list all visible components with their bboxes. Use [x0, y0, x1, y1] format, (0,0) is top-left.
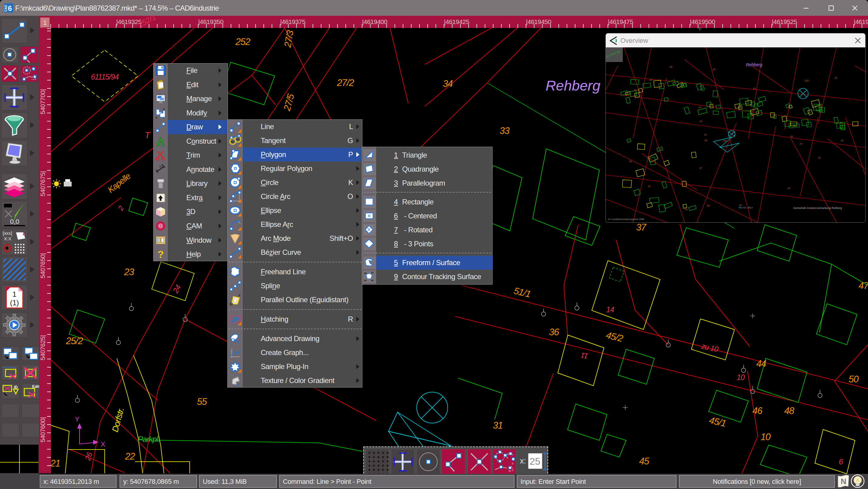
- svg-text:ID: ID: [371, 271, 374, 274]
- svg-text:Y: Y: [75, 415, 80, 423]
- svg-text:19: 19: [648, 185, 650, 188]
- svg-text:ID: ID: [364, 279, 367, 282]
- svg-text:253: 253: [722, 139, 726, 142]
- svg-text:Gemeinde Grainet,Gemarkung Reh: Gemeinde Grainet,Gemarkung Rehberg: [793, 206, 842, 209]
- svg-text:[xxx]: [xxx]: [3, 231, 12, 236]
- svg-text:44: 44: [756, 358, 766, 369]
- svg-text:11: 11: [580, 351, 589, 361]
- svg-text:ID: ID: [231, 140, 234, 143]
- svg-text:27/2: 27/2: [337, 78, 354, 88]
- svg-text:48: 48: [784, 405, 795, 416]
- svg-text:37: 37: [800, 142, 802, 145]
- svg-text:47: 47: [859, 280, 868, 291]
- svg-text:45: 45: [639, 456, 649, 466]
- svg-text:37: 37: [636, 222, 647, 233]
- svg-text:X: X: [101, 440, 105, 448]
- svg-text:Parkpl.: Parkpl.: [138, 435, 160, 444]
- svg-text:ID: ID: [237, 138, 240, 141]
- svg-text:0,0: 0,0: [10, 218, 20, 225]
- svg-text:253: 253: [633, 89, 638, 92]
- svg-text:6: 6: [839, 457, 843, 466]
- svg-text:1: 1: [12, 290, 17, 298]
- svg-text:252: 252: [235, 36, 250, 47]
- svg-text:NO 32 - 85.3: NO 32 - 85.3: [739, 206, 753, 209]
- svg-text:et. Landesvermessungsamt 1956: et. Landesvermessungsamt 1956: [608, 218, 644, 221]
- svg-text:N: N: [841, 477, 846, 486]
- svg-text:?: ?: [157, 249, 164, 260]
- svg-text:X:X: X:X: [4, 236, 11, 241]
- svg-text:31: 31: [493, 420, 503, 431]
- svg-text:253: 253: [804, 79, 809, 82]
- svg-text:21: 21: [50, 458, 60, 469]
- svg-text:25: 25: [712, 68, 715, 71]
- svg-text:50: 50: [848, 374, 859, 384]
- svg-text:(1): (1): [10, 298, 19, 307]
- svg-text:51: 51: [704, 133, 707, 136]
- svg-text:Rehberg: Rehberg: [546, 78, 600, 93]
- svg-text:y: y: [512, 461, 514, 465]
- svg-text:23: 23: [124, 267, 134, 277]
- svg-text:14: 14: [841, 139, 843, 142]
- svg-text:36: 36: [549, 327, 559, 338]
- svg-text:55: 55: [197, 396, 207, 407]
- svg-text:25/2: 25/2: [66, 336, 83, 346]
- svg-text:19: 19: [753, 87, 756, 90]
- svg-text:26: 26: [704, 139, 707, 142]
- svg-text:55: 55: [707, 204, 710, 207]
- svg-text:61115/94: 61115/94: [91, 73, 119, 81]
- svg-text:34: 34: [443, 78, 453, 89]
- svg-text:10: 10: [761, 432, 771, 442]
- svg-text:23: 23: [699, 120, 702, 123]
- svg-text:6: 6: [8, 4, 12, 12]
- svg-text:ID: ID: [371, 279, 374, 282]
- svg-text:14: 14: [606, 305, 614, 314]
- svg-text:19: 19: [818, 156, 820, 159]
- svg-text:37: 37: [659, 148, 662, 151]
- svg-text:ID: ID: [364, 272, 367, 275]
- svg-text:x: x: [239, 294, 240, 297]
- svg-text:Rehberg: Rehberg: [746, 62, 763, 67]
- svg-text:25: 25: [698, 106, 701, 109]
- svg-text:45: 45: [670, 66, 672, 68]
- svg-text:14: 14: [787, 187, 790, 190]
- svg-text:22: 22: [125, 451, 135, 462]
- svg-text:10: 10: [737, 373, 745, 381]
- svg-text:33: 33: [790, 135, 793, 138]
- svg-text:ID: ID: [14, 385, 18, 390]
- svg-text:33: 33: [500, 125, 509, 136]
- svg-text:ID: ID: [230, 302, 233, 306]
- svg-text:26: 26: [628, 160, 631, 163]
- svg-text:51: 51: [835, 77, 837, 79]
- svg-text:45: 45: [649, 79, 652, 81]
- svg-text:x: x: [509, 469, 511, 472]
- svg-text:CAD: CAD: [4, 5, 8, 11]
- svg-text:46: 46: [752, 405, 763, 416]
- svg-text:37: 37: [699, 167, 702, 170]
- svg-text:19: 19: [685, 208, 687, 211]
